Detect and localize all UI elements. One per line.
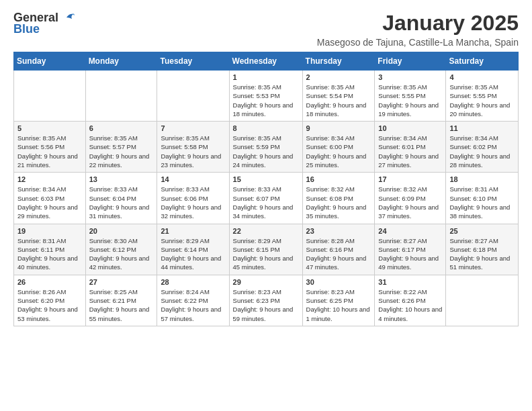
day-number: 2	[306, 73, 371, 81]
logo-blue-text: Blue	[13, 22, 40, 36]
day-number: 8	[233, 124, 299, 132]
header-sunday: Sunday	[14, 52, 86, 71]
calendar-cell-w4-d4: 30Sunrise: 8:23 AM Sunset: 6:25 PM Dayli…	[302, 275, 375, 326]
logo-bird-icon	[60, 12, 75, 24]
calendar-cell-w3-d4: 23Sunrise: 8:28 AM Sunset: 6:16 PM Dayli…	[302, 224, 375, 275]
day-number: 23	[306, 227, 371, 235]
day-number: 25	[449, 227, 515, 235]
calendar-cell-w1-d5: 10Sunrise: 8:34 AM Sunset: 6:01 PM Dayli…	[375, 122, 446, 173]
page: General Blue January 2025 Masegoso de Ta…	[0, 0, 532, 337]
calendar-cell-w4-d0: 26Sunrise: 8:26 AM Sunset: 6:20 PM Dayli…	[14, 275, 86, 326]
day-info: Sunrise: 8:30 AM Sunset: 6:12 PM Dayligh…	[89, 236, 154, 272]
calendar-cell-w2-d3: 15Sunrise: 8:33 AM Sunset: 6:07 PM Dayli…	[229, 173, 302, 224]
header: General Blue January 2025 Masegoso de Ta…	[13, 11, 519, 48]
day-info: Sunrise: 8:22 AM Sunset: 6:26 PM Dayligh…	[378, 287, 442, 323]
calendar-cell-w1-d4: 9Sunrise: 8:34 AM Sunset: 6:00 PM Daylig…	[302, 122, 375, 173]
day-info: Sunrise: 8:34 AM Sunset: 6:02 PM Dayligh…	[449, 134, 515, 169]
day-number: 20	[89, 227, 154, 235]
calendar-cell-w1-d6: 11Sunrise: 8:34 AM Sunset: 6:02 PM Dayli…	[446, 122, 519, 173]
weekday-header-row: Sunday Monday Tuesday Wednesday Thursday…	[14, 52, 519, 71]
day-number: 27	[89, 278, 154, 286]
day-number: 7	[161, 124, 225, 132]
day-info: Sunrise: 8:33 AM Sunset: 6:04 PM Dayligh…	[89, 185, 154, 220]
calendar-cell-w1-d2: 7Sunrise: 8:35 AM Sunset: 5:58 PM Daylig…	[157, 122, 229, 173]
day-number: 1	[233, 73, 299, 81]
header-thursday: Thursday	[302, 52, 375, 71]
day-info: Sunrise: 8:32 AM Sunset: 6:08 PM Dayligh…	[306, 185, 371, 220]
header-friday: Friday	[375, 52, 446, 71]
day-info: Sunrise: 8:35 AM Sunset: 5:59 PM Dayligh…	[233, 134, 299, 169]
subtitle: Masegoso de Tajuna, Castille-La Mancha, …	[317, 37, 519, 48]
day-number: 29	[233, 278, 299, 286]
day-number: 13	[89, 175, 154, 183]
calendar-cell-w2-d5: 17Sunrise: 8:32 AM Sunset: 6:09 PM Dayli…	[375, 173, 446, 224]
day-info: Sunrise: 8:31 AM Sunset: 6:11 PM Dayligh…	[17, 236, 82, 272]
day-info: Sunrise: 8:34 AM Sunset: 6:03 PM Dayligh…	[17, 185, 82, 220]
logo: General Blue	[13, 11, 75, 36]
day-number: 28	[161, 278, 225, 286]
day-number: 6	[89, 124, 154, 132]
calendar-cell-w0-d3: 1Sunrise: 8:35 AM Sunset: 5:53 PM Daylig…	[229, 71, 302, 122]
calendar-cell-w3-d5: 24Sunrise: 8:27 AM Sunset: 6:17 PM Dayli…	[375, 224, 446, 275]
day-number: 17	[378, 175, 442, 183]
week-row-0: 1Sunrise: 8:35 AM Sunset: 5:53 PM Daylig…	[14, 71, 519, 122]
header-saturday: Saturday	[446, 52, 519, 71]
day-info: Sunrise: 8:35 AM Sunset: 5:53 PM Dayligh…	[233, 83, 299, 118]
calendar-cell-w0-d5: 3Sunrise: 8:35 AM Sunset: 5:55 PM Daylig…	[375, 71, 446, 122]
calendar-cell-w0-d2	[157, 71, 229, 122]
day-number: 18	[449, 175, 515, 183]
calendar-cell-w1-d3: 8Sunrise: 8:35 AM Sunset: 5:59 PM Daylig…	[229, 122, 302, 173]
title-block: January 2025 Masegoso de Tajuna, Castill…	[317, 11, 519, 48]
day-info: Sunrise: 8:27 AM Sunset: 6:18 PM Dayligh…	[449, 236, 515, 272]
day-info: Sunrise: 8:35 AM Sunset: 5:55 PM Dayligh…	[449, 83, 515, 118]
calendar-cell-w3-d3: 22Sunrise: 8:29 AM Sunset: 6:15 PM Dayli…	[229, 224, 302, 275]
day-number: 16	[306, 175, 371, 183]
day-number: 15	[233, 175, 299, 183]
calendar-cell-w2-d6: 18Sunrise: 8:31 AM Sunset: 6:10 PM Dayli…	[446, 173, 519, 224]
day-info: Sunrise: 8:33 AM Sunset: 6:06 PM Dayligh…	[161, 185, 225, 220]
day-info: Sunrise: 8:26 AM Sunset: 6:20 PM Dayligh…	[17, 287, 82, 323]
calendar-cell-w2-d0: 12Sunrise: 8:34 AM Sunset: 6:03 PM Dayli…	[14, 173, 86, 224]
day-number: 3	[378, 73, 442, 81]
day-number: 12	[17, 175, 82, 183]
day-info: Sunrise: 8:33 AM Sunset: 6:07 PM Dayligh…	[233, 185, 299, 220]
day-number: 26	[17, 278, 82, 286]
calendar-cell-w2-d2: 14Sunrise: 8:33 AM Sunset: 6:06 PM Dayli…	[157, 173, 229, 224]
day-info: Sunrise: 8:29 AM Sunset: 6:15 PM Dayligh…	[233, 236, 299, 272]
calendar-cell-w1-d1: 6Sunrise: 8:35 AM Sunset: 5:57 PM Daylig…	[85, 122, 157, 173]
calendar-cell-w0-d0	[14, 71, 86, 122]
calendar-cell-w2-d4: 16Sunrise: 8:32 AM Sunset: 6:08 PM Dayli…	[302, 173, 375, 224]
week-row-3: 19Sunrise: 8:31 AM Sunset: 6:11 PM Dayli…	[14, 224, 519, 275]
day-number: 21	[161, 227, 225, 235]
calendar-cell-w4-d3: 29Sunrise: 8:23 AM Sunset: 6:23 PM Dayli…	[229, 275, 302, 326]
calendar-cell-w0-d6: 4Sunrise: 8:35 AM Sunset: 5:55 PM Daylig…	[446, 71, 519, 122]
day-number: 5	[17, 124, 82, 132]
day-number: 9	[306, 124, 371, 132]
week-row-4: 26Sunrise: 8:26 AM Sunset: 6:20 PM Dayli…	[14, 275, 519, 326]
day-info: Sunrise: 8:25 AM Sunset: 6:21 PM Dayligh…	[89, 287, 154, 323]
day-info: Sunrise: 8:24 AM Sunset: 6:22 PM Dayligh…	[161, 287, 225, 323]
day-info: Sunrise: 8:34 AM Sunset: 6:01 PM Dayligh…	[378, 134, 442, 169]
day-info: Sunrise: 8:27 AM Sunset: 6:17 PM Dayligh…	[378, 236, 442, 272]
header-monday: Monday	[85, 52, 157, 71]
day-info: Sunrise: 8:35 AM Sunset: 5:57 PM Dayligh…	[89, 134, 154, 169]
day-number: 11	[449, 124, 515, 132]
day-number: 10	[378, 124, 442, 132]
week-row-2: 12Sunrise: 8:34 AM Sunset: 6:03 PM Dayli…	[14, 173, 519, 224]
calendar-cell-w2-d1: 13Sunrise: 8:33 AM Sunset: 6:04 PM Dayli…	[85, 173, 157, 224]
calendar-cell-w0-d1	[85, 71, 157, 122]
month-title: January 2025	[317, 11, 519, 36]
calendar-cell-w1-d0: 5Sunrise: 8:35 AM Sunset: 5:56 PM Daylig…	[14, 122, 86, 173]
calendar-cell-w3-d0: 19Sunrise: 8:31 AM Sunset: 6:11 PM Dayli…	[14, 224, 86, 275]
day-number: 24	[378, 227, 442, 235]
day-info: Sunrise: 8:35 AM Sunset: 5:58 PM Dayligh…	[161, 134, 225, 169]
calendar-cell-w4-d2: 28Sunrise: 8:24 AM Sunset: 6:22 PM Dayli…	[157, 275, 229, 326]
day-number: 31	[378, 278, 442, 286]
day-info: Sunrise: 8:23 AM Sunset: 6:23 PM Dayligh…	[233, 287, 299, 323]
day-number: 4	[449, 73, 515, 81]
day-info: Sunrise: 8:28 AM Sunset: 6:16 PM Dayligh…	[306, 236, 371, 272]
day-number: 19	[17, 227, 82, 235]
day-info: Sunrise: 8:32 AM Sunset: 6:09 PM Dayligh…	[378, 185, 442, 220]
day-info: Sunrise: 8:23 AM Sunset: 6:25 PM Dayligh…	[306, 287, 371, 323]
day-number: 14	[161, 175, 225, 183]
